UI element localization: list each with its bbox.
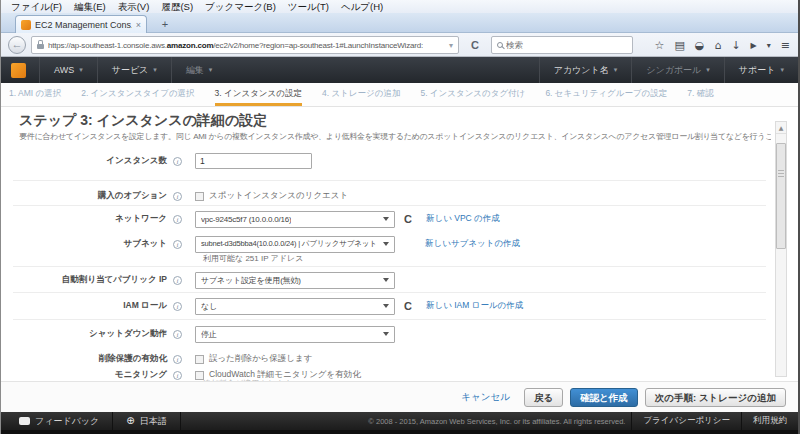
nav-services-menu[interactable]: サービス ▾	[97, 57, 171, 83]
reload-icon[interactable]: C	[465, 36, 485, 54]
refresh-iam-icon[interactable]: C	[404, 300, 412, 312]
nav-region-menu[interactable]: シンガポール ▾	[631, 57, 724, 83]
aws-footer: フィードバック ⊕ 日本語 © 2008 - 2015, Amazon Web …	[1, 412, 798, 430]
menu-edit[interactable]: 編集(E)	[68, 0, 112, 13]
select-caret-icon	[383, 332, 389, 336]
info-icon[interactable]: i	[173, 302, 182, 311]
back-button[interactable]: ←	[8, 36, 26, 54]
new-tab-button[interactable]: +	[155, 17, 175, 32]
share-icon[interactable]: ▶	[751, 41, 757, 50]
tab-step-7-review[interactable]: 7. 確認	[687, 83, 713, 106]
instance-count-label: インスタンス数	[1, 155, 167, 167]
network-label: ネットワーク	[1, 213, 167, 225]
auto-assign-ip-select[interactable]: サブネット設定を使用(無効)	[195, 272, 395, 289]
subnet-select-value: subnet-d3d5bba4(10.0.0.0/24) | パブリックサブネッ…	[201, 239, 377, 249]
info-icon[interactable]: i	[173, 355, 182, 364]
form-row-instance-count: インスタンス数 i	[1, 152, 312, 170]
info-icon[interactable]: i	[173, 276, 182, 285]
cancel-link[interactable]: キャンセル	[461, 391, 510, 404]
tab-step-3-configure-instance[interactable]: 3. インスタンスの設定	[215, 83, 302, 106]
wizard-content: ステップ 3: インスタンスの詳細の設定 要件に合わせてインスタンスを設定します…	[1, 107, 798, 381]
window-bottom-border	[1, 430, 798, 434]
bookmark-star-icon[interactable]: ☆	[655, 39, 665, 52]
shutdown-behavior-label: シャットダウン動作	[1, 328, 167, 340]
divider	[13, 180, 766, 181]
hamburger-menu-icon[interactable]: ≡	[781, 39, 790, 52]
pocket-icon[interactable]: ◒	[695, 39, 705, 52]
purchase-option-label: 購入のオプション	[1, 190, 167, 202]
chevron-down-icon: ▾	[209, 66, 213, 74]
tab-step-6-security-group[interactable]: 6. セキュリティグループの設定	[545, 83, 667, 106]
tab-step-1-ami[interactable]: 1. AMI の選択	[9, 83, 61, 106]
home-icon[interactable]: ⌂	[714, 39, 721, 52]
shutdown-behavior-select[interactable]: 停止	[195, 326, 395, 343]
info-icon[interactable]: i	[173, 215, 182, 224]
globe-icon: ⊕	[126, 416, 134, 426]
content-scrollbar[interactable]: ▲	[775, 121, 787, 377]
create-iam-role-link[interactable]: 新しい IAM ロールの作成	[426, 300, 523, 312]
spot-instance-checkbox-label: スポットインスタンスのリクエスト	[209, 190, 348, 202]
aws-logo[interactable]	[11, 63, 26, 78]
info-icon[interactable]: i	[173, 157, 182, 166]
subnet-select[interactable]: subnet-d3d5bba4(10.0.0.0/24) | パブリックサブネッ…	[195, 236, 395, 253]
menu-view[interactable]: 表示(V)	[112, 0, 156, 13]
bookmarks-menu-icon[interactable]: ▤	[674, 39, 684, 52]
scrollbar-thumb[interactable]	[776, 143, 786, 249]
delete-protection-checkbox[interactable]	[195, 355, 204, 364]
tab-close-icon[interactable]: ×	[136, 20, 141, 30]
delete-protection-checkbox-label: 誤った削除から保護します	[209, 353, 312, 365]
toolbar-caret-icon[interactable]: ▾	[767, 41, 771, 50]
form-row-iam-role: IAM ロール i なし C 新しい IAM ロールの作成	[1, 297, 523, 315]
monitoring-label: モニタリング	[1, 369, 167, 381]
network-select[interactable]: vpc-9245c5f7 (10.0.0.0/16)	[195, 211, 395, 228]
feedback-button[interactable]: フィードバック	[1, 412, 113, 430]
info-icon[interactable]: i	[173, 330, 182, 339]
nav-edit-menu[interactable]: 編集 ▾	[171, 57, 227, 83]
select-caret-icon	[383, 242, 389, 246]
chevron-down-icon: ▾	[780, 66, 784, 74]
back-step-button[interactable]: 戻る	[524, 388, 563, 407]
tab-step-4-storage[interactable]: 4. ストレージの追加	[322, 83, 400, 106]
info-icon[interactable]: i	[173, 192, 182, 201]
nav-account-menu[interactable]: アカウント名 ▾	[539, 57, 632, 83]
language-button[interactable]: ⊕ 日本語	[113, 412, 180, 430]
form-row-purchase-option: 購入のオプション i スポットインスタンスのリクエスト	[1, 187, 348, 205]
instance-count-input[interactable]	[195, 153, 312, 169]
create-vpc-link[interactable]: 新しい VPC の作成	[426, 213, 500, 225]
search-input[interactable]	[506, 40, 627, 50]
delete-protection-label: 削除保護の有効化	[1, 353, 167, 365]
toolbar-icons: ☆ ▤ ◒ ⌂ ↓ ▶ ▾ ≡	[655, 36, 790, 54]
iam-role-select[interactable]: なし	[195, 298, 395, 315]
browser-tab[interactable]: EC2 Management Cons... ×	[15, 15, 147, 33]
menu-tools[interactable]: ツール(T)	[282, 0, 335, 13]
menu-bookmarks[interactable]: ブックマーク(B)	[199, 0, 282, 13]
refresh-vpc-icon[interactable]: C	[404, 213, 412, 225]
url-field[interactable]: https://ap-southeast-1.console.aws.amazo…	[31, 36, 459, 54]
tab-step-2-instance-type[interactable]: 2. インスタンスタイプの選択	[81, 83, 194, 106]
select-caret-icon	[383, 278, 389, 282]
menu-help[interactable]: ヘルプ(H)	[335, 0, 389, 13]
search-box[interactable]	[491, 36, 633, 54]
create-subnet-link[interactable]: 新しいサブネットの作成	[425, 238, 520, 250]
info-icon[interactable]: i	[173, 240, 182, 249]
terms-of-use-link[interactable]: 利用規約	[741, 412, 798, 430]
menu-history[interactable]: 履歴(S)	[155, 0, 199, 13]
download-icon[interactable]: ↓	[731, 39, 740, 52]
review-and-launch-button[interactable]: 確認と作成	[570, 388, 638, 407]
wizard-step-tabs: 1. AMI の選択 2. インスタンスタイプの選択 3. インスタンスの設定 …	[1, 83, 798, 107]
tab-step-5-tags[interactable]: 5. インスタンスのタグ付け	[420, 83, 525, 106]
nav-aws-menu[interactable]: AWS ▾	[39, 57, 97, 83]
spot-instance-checkbox[interactable]	[195, 192, 204, 201]
menu-file[interactable]: ファイル(F)	[5, 0, 68, 13]
select-caret-icon	[383, 304, 389, 308]
info-icon[interactable]: i	[173, 371, 182, 380]
url-dropdown-icon[interactable]: ▾	[449, 41, 453, 50]
scrollbar-up-icon[interactable]: ▲	[776, 122, 786, 134]
privacy-policy-link[interactable]: プライバシーポリシー	[631, 412, 741, 430]
copyright-text: © 2008 - 2015, Amazon Web Services, Inc.…	[368, 417, 631, 426]
chevron-down-icon: ▾	[79, 66, 83, 74]
form-row-shutdown-behavior: シャットダウン動作 i 停止	[1, 325, 395, 343]
next-step-button[interactable]: 次の手順: ストレージの追加	[645, 388, 786, 407]
nav-support-menu[interactable]: サポート ▾	[724, 57, 798, 83]
shutdown-behavior-select-value: 停止	[201, 329, 217, 340]
